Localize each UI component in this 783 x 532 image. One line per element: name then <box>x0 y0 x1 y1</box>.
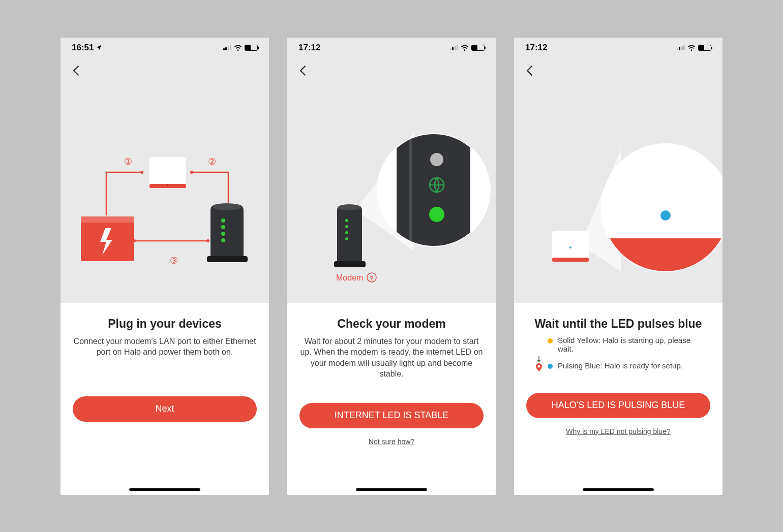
svg-point-11 <box>221 218 225 223</box>
legend-row-blue: Pulsing Blue: Halo is ready for setup. <box>535 361 701 371</box>
screen-title: Wait until the LED pulses blue <box>535 317 702 331</box>
svg-point-32 <box>569 246 571 248</box>
nav-bar <box>287 58 496 83</box>
wifi-icon <box>234 45 242 51</box>
battery-icon <box>245 45 258 51</box>
svg-text:?: ? <box>370 274 374 282</box>
internet-led-stable-button[interactable]: INTERNET LED IS STABLE <box>299 403 484 428</box>
blue-dot-icon <box>548 364 553 369</box>
content-panel: Plug in your devices Connect your modem'… <box>61 303 269 495</box>
step-3-label: ③ <box>170 256 178 266</box>
svg-marker-38 <box>537 360 541 362</box>
cellular-icon <box>677 45 685 50</box>
legend-text: Solid Yellow: Halo is starting up, pleas… <box>558 336 701 353</box>
svg-rect-24 <box>397 132 470 254</box>
screen-wait-led: 17:12 Wait until the LED pulses <box>514 38 722 495</box>
svg-point-10 <box>213 203 241 210</box>
content-panel: Wait until the LED pulses blue Solid Yel… <box>514 303 722 495</box>
svg-point-14 <box>221 238 225 242</box>
status-bar: 16:51 <box>61 38 269 58</box>
screen-title: Plug in your devices <box>108 317 222 331</box>
svg-rect-31 <box>552 258 589 262</box>
screen-description: Wait for about 2 minutes for your modem … <box>299 336 484 380</box>
screen-check-modem: 17:12 Modem ? <box>287 38 496 495</box>
svg-point-3 <box>206 239 209 242</box>
wifi-icon <box>461 45 469 51</box>
svg-point-36 <box>660 210 671 221</box>
step-1-label: ① <box>124 157 132 167</box>
battery-icon <box>698 45 711 51</box>
back-button[interactable] <box>296 64 311 78</box>
screen-description: Connect your modem's LAN port to either … <box>73 336 257 358</box>
svg-point-12 <box>221 225 225 229</box>
svg-rect-30 <box>552 231 589 261</box>
battery-icon <box>471 45 485 51</box>
home-indicator[interactable] <box>356 488 427 491</box>
svg-point-26 <box>430 153 443 166</box>
modem-label: Modem <box>336 273 363 282</box>
svg-rect-15 <box>334 261 366 267</box>
svg-rect-25 <box>409 132 412 254</box>
svg-rect-8 <box>81 216 134 223</box>
cellular-icon <box>450 45 459 50</box>
svg-point-13 <box>221 232 225 236</box>
led-legend: Solid Yellow: Halo is starting up, pleas… <box>526 336 710 372</box>
next-button[interactable]: Next <box>73 396 257 422</box>
svg-point-17 <box>345 219 348 222</box>
setup-diagram-illustration: ① ② ③ <box>61 83 269 303</box>
legend-text: Pulsing Blue: Halo is ready for setup. <box>558 361 701 370</box>
screen-plug-in: 16:51 ① ② ③ <box>61 38 269 495</box>
svg-point-29 <box>429 207 444 222</box>
status-time: 16:51 <box>72 43 94 53</box>
svg-point-1 <box>190 171 193 174</box>
svg-rect-4 <box>149 157 186 187</box>
yellow-dot-icon <box>548 338 553 343</box>
arrow-down-icon <box>535 355 543 362</box>
svg-point-18 <box>345 225 348 228</box>
svg-point-19 <box>345 231 348 234</box>
content-panel: Check your modem Wait for about 2 minute… <box>287 303 496 495</box>
home-indicator[interactable] <box>583 488 654 491</box>
not-sure-how-link[interactable]: Not sure how? <box>369 437 414 446</box>
cellular-icon <box>223 45 232 50</box>
led-pulsing-blue-button[interactable]: HALO'S LED IS PULSING BLUE <box>526 393 710 418</box>
nav-bar <box>514 58 722 83</box>
modem-zoom-illustration: Modem ? <box>287 83 496 303</box>
svg-point-6 <box>167 184 169 185</box>
back-button[interactable] <box>70 64 84 78</box>
step-2-label: ② <box>208 157 216 167</box>
svg-rect-9 <box>207 256 248 262</box>
nav-bar <box>61 58 269 83</box>
legend-row-yellow: Solid Yellow: Halo is starting up, pleas… <box>535 336 701 353</box>
svg-point-16 <box>338 204 360 210</box>
screen-title: Check your modem <box>337 317 445 331</box>
led-not-pulsing-link[interactable]: Why is my LED not pulsing blue? <box>566 427 670 435</box>
pin-icon <box>535 363 543 371</box>
svg-point-0 <box>140 171 143 174</box>
home-indicator[interactable] <box>129 488 200 491</box>
svg-point-20 <box>345 237 348 240</box>
wifi-icon <box>687 45 696 51</box>
status-bar: 17:12 <box>287 38 496 58</box>
halo-led-illustration <box>514 83 722 303</box>
back-button[interactable] <box>523 64 537 78</box>
location-icon <box>96 44 102 51</box>
status-time: 17:12 <box>525 43 547 53</box>
status-time: 17:12 <box>298 43 320 53</box>
status-bar: 17:12 <box>514 38 722 58</box>
